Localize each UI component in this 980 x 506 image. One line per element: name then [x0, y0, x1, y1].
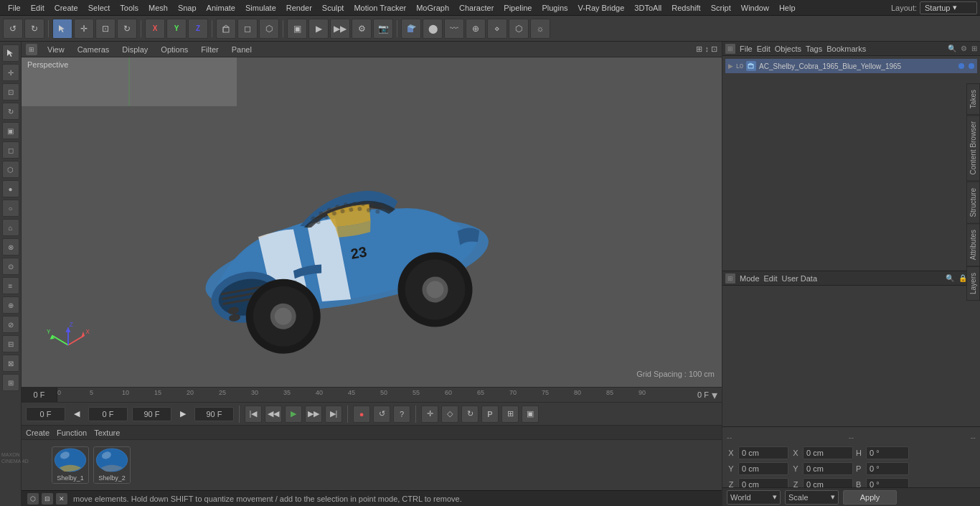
- anim-grid-button[interactable]: ⊞: [501, 406, 519, 423]
- menu-redshift[interactable]: Redshift: [666, 2, 705, 14]
- menu-plugins[interactable]: Plugins: [537, 2, 573, 14]
- om-tags-menu[interactable]: Tags: [806, 44, 822, 53]
- timeline-current-frame[interactable]: 0 F: [22, 387, 57, 403]
- attr-edit-menu[interactable]: Edit: [764, 274, 778, 283]
- menu-create[interactable]: Create: [50, 2, 83, 14]
- attr-mode-menu[interactable]: Mode: [740, 274, 760, 283]
- step-forward-button[interactable]: ▶▶: [305, 406, 322, 423]
- render-region-button[interactable]: ▣: [287, 19, 307, 39]
- om-bookmarks-menu[interactable]: Bookmarks: [826, 44, 866, 53]
- menu-vray[interactable]: V-Ray Bridge: [573, 2, 630, 14]
- material-thumb-1[interactable]: Shelby_1: [52, 446, 89, 484]
- undo-button[interactable]: ↺: [3, 19, 23, 39]
- deformer-button[interactable]: ⋄: [487, 19, 507, 39]
- play-button[interactable]: ▶: [285, 406, 302, 423]
- sphere-primitive-button[interactable]: ⬤: [423, 19, 443, 39]
- material-create-menu[interactable]: Create: [26, 428, 50, 437]
- playback-end-arrow[interactable]: ▶: [174, 406, 192, 423]
- z-axis-button[interactable]: Z: [188, 19, 208, 39]
- side-select-icon[interactable]: [2, 44, 19, 62]
- object-row-cobra[interactable]: ▶ L0 AC_Shelby_Cobra_1965_Blue_Yellow_19…: [725, 59, 977, 73]
- side-mirror-icon[interactable]: ≡: [2, 277, 19, 294]
- menu-snap[interactable]: Snap: [173, 2, 202, 14]
- viewport-menu-cameras[interactable]: Cameras: [75, 44, 113, 55]
- go-end-button[interactable]: ▶|: [325, 406, 342, 423]
- timeline[interactable]: 0 F 0 5 10 15 20 25 30 35 40 45 50 55 60…: [22, 387, 722, 403]
- nurbs-button[interactable]: ⊕: [466, 19, 486, 39]
- side-scale-icon[interactable]: ⊡: [2, 83, 19, 100]
- viewport-menu-view[interactable]: View: [44, 44, 67, 55]
- viewport[interactable]: ⊞ View Cameras Display Options Filter Pa…: [22, 42, 722, 387]
- x-axis-button[interactable]: X: [145, 19, 165, 39]
- menu-script[interactable]: Script: [706, 2, 736, 14]
- timeline-chevron-icon[interactable]: ▾: [712, 388, 717, 402]
- menu-character[interactable]: Character: [454, 2, 499, 14]
- om-edit-menu[interactable]: Edit: [757, 44, 771, 53]
- anim-p-button[interactable]: P: [481, 406, 499, 423]
- world-dropdown[interactable]: World ▾: [727, 490, 781, 505]
- playback-start2-field[interactable]: 0 F: [88, 407, 128, 421]
- light-button[interactable]: ☼: [530, 19, 550, 39]
- side-axis-icon[interactable]: ⊕: [2, 296, 19, 314]
- go-start-button[interactable]: |◀: [245, 406, 262, 423]
- viewport-menu-panel[interactable]: Panel: [229, 44, 255, 55]
- side-polygon-icon[interactable]: ◻: [2, 141, 19, 159]
- playback-end-field[interactable]: 90 F: [132, 407, 171, 421]
- record-button[interactable]: ●: [353, 406, 370, 423]
- render-all-button[interactable]: ▶▶: [330, 19, 350, 39]
- side-point-icon[interactable]: ●: [2, 180, 19, 197]
- menu-mesh[interactable]: Mesh: [143, 2, 173, 14]
- apply-button[interactable]: Apply: [843, 490, 897, 505]
- side-move-icon[interactable]: ✛: [2, 64, 19, 81]
- om-expand-icon[interactable]: ⊞: [971, 44, 977, 52]
- object-mode-button[interactable]: [216, 19, 236, 39]
- anim-move-button[interactable]: ✛: [421, 406, 438, 423]
- menu-3dtoall[interactable]: 3DToAll: [629, 2, 666, 14]
- loop-button[interactable]: ↺: [373, 406, 390, 423]
- coord-x-rot-field[interactable]: 0 cm: [803, 446, 853, 459]
- om-search-icon[interactable]: 🔍: [948, 44, 956, 52]
- side-floor-icon[interactable]: ⊠: [2, 355, 19, 372]
- material-texture-menu[interactable]: Texture: [94, 428, 120, 437]
- rotate-tool-button[interactable]: ↻: [117, 19, 137, 39]
- side-rotate-icon[interactable]: ↻: [2, 103, 19, 120]
- redo-button[interactable]: ↻: [24, 19, 44, 39]
- side-edge-icon[interactable]: ⬡: [2, 161, 19, 178]
- side-snap-icon[interactable]: ⊗: [2, 238, 19, 256]
- camera-button[interactable]: ⬡: [509, 19, 529, 39]
- anim-rotate-button[interactable]: ↻: [461, 406, 479, 423]
- attr-userdata-menu[interactable]: User Data: [782, 274, 818, 283]
- menu-select[interactable]: Select: [83, 2, 116, 14]
- status-window-icon[interactable]: ⊟: [42, 493, 53, 505]
- polygon-mode-button[interactable]: ◻: [237, 19, 258, 39]
- render-settings-button[interactable]: ⚙: [352, 19, 372, 39]
- menu-help[interactable]: Help: [774, 2, 801, 14]
- viewport-content[interactable]: Perspective: [22, 57, 722, 387]
- om-file-menu[interactable]: File: [740, 44, 753, 53]
- coord-p-val-field[interactable]: 0 °: [866, 462, 909, 475]
- menu-edit[interactable]: Edit: [26, 2, 50, 14]
- viewport-menu-options[interactable]: Options: [158, 44, 191, 55]
- material-thumb-2[interactable]: Shelby_2: [93, 446, 131, 484]
- coord-x-pos-field[interactable]: 0 cm: [738, 446, 788, 459]
- cube-primitive-button[interactable]: [401, 19, 421, 39]
- move-tool-button[interactable]: ✛: [74, 19, 94, 39]
- scale-tool-button[interactable]: ⊡: [95, 19, 116, 39]
- menu-sculpt[interactable]: Sculpt: [317, 2, 349, 14]
- question-button[interactable]: ?: [393, 406, 410, 423]
- object-lock-dot[interactable]: [969, 63, 974, 69]
- timeline-ruler[interactable]: 0 5 10 15 20 25 30 35 40 45 50 55 60 65 …: [57, 388, 693, 402]
- menu-window[interactable]: Window: [736, 2, 774, 14]
- anim-key-button[interactable]: ◇: [441, 406, 458, 423]
- step-back-button[interactable]: ◀◀: [265, 406, 282, 423]
- menu-animate[interactable]: Animate: [202, 2, 240, 14]
- side-solo-icon[interactable]: ⊘: [2, 316, 19, 333]
- menu-file[interactable]: File: [3, 2, 26, 14]
- playback-end2-field[interactable]: 90 F: [194, 407, 234, 421]
- spline-button[interactable]: 〰: [444, 19, 464, 39]
- edge-mode-button[interactable]: ⬡: [259, 19, 279, 39]
- vtab-structure[interactable]: Structure: [966, 182, 980, 224]
- vtab-attributes[interactable]: Attributes: [966, 223, 980, 266]
- attr-search-icon[interactable]: 🔍: [946, 274, 954, 282]
- playback-start-field[interactable]: 0 F: [26, 407, 65, 421]
